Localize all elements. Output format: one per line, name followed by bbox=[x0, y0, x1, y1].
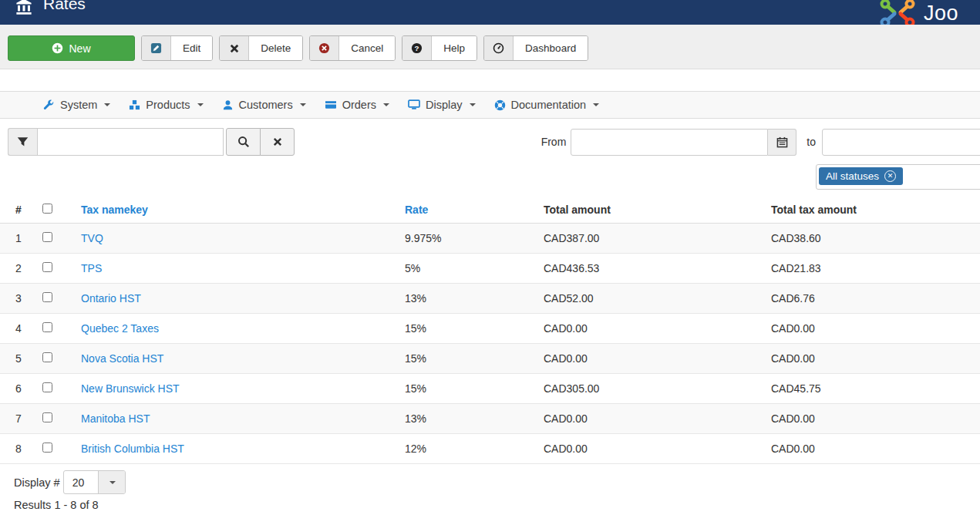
caret-down-icon bbox=[593, 103, 599, 106]
row-checkbox[interactable] bbox=[42, 322, 52, 332]
row-number: 7 bbox=[0, 404, 39, 434]
toolbar-button-label: Cancel bbox=[339, 36, 395, 60]
select-all-checkbox[interactable] bbox=[42, 204, 52, 214]
row-checkbox[interactable] bbox=[42, 232, 52, 242]
tax-namekey-link[interactable]: TVQ bbox=[81, 232, 103, 244]
status-filter-row: All statuses ✕ bbox=[0, 163, 980, 194]
row-number: 4 bbox=[0, 314, 39, 344]
tax-namekey-link[interactable]: Quebec 2 Taxes bbox=[81, 322, 159, 335]
toolbar-spacer bbox=[0, 69, 980, 91]
row-checkbox-cell bbox=[39, 404, 77, 434]
life-ring-icon bbox=[494, 99, 506, 111]
table-header-row: # Tax namekey Rate Total amount Total ta… bbox=[0, 196, 980, 224]
table-row: 6New Brunswick HST15%CAD305.00CAD45.75 bbox=[0, 374, 980, 404]
display-count-value: 20 bbox=[64, 471, 98, 493]
toolbar-button-label: Help bbox=[432, 36, 477, 60]
col-header-rate[interactable]: Rate bbox=[401, 196, 540, 224]
menu-item-documentation[interactable]: Documentation bbox=[485, 93, 609, 116]
row-checkbox[interactable] bbox=[42, 292, 52, 302]
date-from-input[interactable] bbox=[571, 129, 768, 156]
total-tax-amount-cell: CAD0.00 bbox=[767, 434, 980, 464]
cubes-icon bbox=[129, 99, 140, 111]
toolbar-button-label: New bbox=[69, 36, 90, 60]
row-checkbox[interactable] bbox=[42, 262, 52, 272]
rate-cell: 5% bbox=[401, 254, 540, 284]
edit-button[interactable]: Edit bbox=[141, 35, 213, 61]
caret-down-icon bbox=[383, 103, 389, 106]
table-row: 2TPS5%CAD436.53CAD21.83 bbox=[0, 254, 980, 284]
toolbar-button-icon-cell bbox=[52, 36, 63, 60]
menu-item-display[interactable]: Display bbox=[399, 93, 485, 116]
row-number: 8 bbox=[0, 434, 39, 464]
joomla-logo: Joo bbox=[877, 0, 958, 25]
clear-search-button[interactable] bbox=[260, 128, 295, 156]
wrench-icon bbox=[43, 99, 55, 111]
to-label: to bbox=[807, 136, 816, 148]
row-checkbox-cell bbox=[39, 314, 77, 344]
table-row: 1TVQ9.975%CAD387.00CAD38.60 bbox=[0, 224, 980, 254]
tax-namekey-link[interactable]: Manitoba HST bbox=[81, 412, 150, 425]
row-checkbox[interactable] bbox=[42, 382, 52, 392]
total-amount-cell: CAD0.00 bbox=[540, 344, 767, 374]
menu-item-products[interactable]: Products bbox=[120, 93, 212, 116]
cancel-button[interactable]: Cancel bbox=[309, 35, 396, 61]
total-amount-cell: CAD0.00 bbox=[540, 314, 767, 344]
total-amount-cell: CAD387.00 bbox=[540, 224, 767, 254]
caret-down-icon bbox=[104, 103, 110, 106]
total-tax-amount-cell: CAD6.76 bbox=[767, 284, 980, 314]
tax-namekey-cell: Quebec 2 Taxes bbox=[77, 314, 401, 344]
tax-namekey-link[interactable]: New Brunswick HST bbox=[81, 382, 180, 395]
toolbar: NewEditDeleteCancel?HelpDashboard bbox=[0, 25, 980, 69]
top-navbar: Rates Joo bbox=[0, 0, 980, 25]
row-checkbox[interactable] bbox=[42, 412, 52, 422]
tax-namekey-link[interactable]: TPS bbox=[81, 262, 102, 274]
col-header-total: Total amount bbox=[540, 196, 767, 224]
bank-icon bbox=[15, 0, 32, 15]
rate-cell: 13% bbox=[401, 404, 540, 434]
status-filter-box[interactable]: All statuses ✕ bbox=[816, 164, 980, 190]
tax-namekey-link[interactable]: British Columbia HST bbox=[81, 443, 184, 455]
tax-namekey-cell: Ontario HST bbox=[77, 284, 401, 314]
clear-x-icon bbox=[272, 136, 283, 147]
row-number: 2 bbox=[0, 254, 39, 284]
new-button[interactable]: New bbox=[8, 35, 135, 61]
results-count: Results 1 - 8 of 8 bbox=[14, 499, 966, 511]
delete-button[interactable]: Delete bbox=[219, 35, 303, 61]
help-button[interactable]: ?Help bbox=[402, 35, 477, 61]
total-amount-cell: CAD0.00 bbox=[540, 404, 767, 434]
col-header-name[interactable]: Tax namekey bbox=[77, 196, 401, 224]
toolbar-button-icon-cell bbox=[142, 36, 171, 60]
tax-namekey-link[interactable]: Nova Scotia HST bbox=[81, 352, 163, 365]
joomla-logo-text: Joo bbox=[924, 2, 958, 25]
row-checkbox[interactable] bbox=[42, 352, 52, 362]
dashboard-icon bbox=[493, 42, 504, 54]
rates-table: # Tax namekey Rate Total amount Total ta… bbox=[0, 196, 980, 464]
row-checkbox[interactable] bbox=[42, 443, 52, 453]
rate-cell: 9.975% bbox=[401, 224, 540, 254]
menu-item-customers[interactable]: Customers bbox=[213, 93, 315, 116]
menu-item-label: Orders bbox=[342, 99, 376, 111]
search-button[interactable] bbox=[226, 128, 261, 156]
joomla-logo-icon bbox=[877, 0, 918, 25]
tax-namekey-link[interactable]: Ontario HST bbox=[81, 292, 141, 305]
menu-item-label: Display bbox=[426, 99, 463, 111]
dashboard-button[interactable]: Dashboard bbox=[483, 35, 588, 61]
search-input[interactable] bbox=[37, 128, 224, 156]
menu-item-system[interactable]: System bbox=[34, 93, 120, 116]
menu-item-orders[interactable]: Orders bbox=[315, 93, 399, 116]
total-amount-cell: CAD305.00 bbox=[540, 374, 767, 404]
row-number: 5 bbox=[0, 344, 39, 374]
total-amount-cell: CAD436.53 bbox=[540, 254, 767, 284]
date-to-input[interactable] bbox=[822, 129, 980, 156]
row-number: 1 bbox=[0, 224, 39, 254]
caret-down-icon bbox=[109, 481, 116, 484]
calendar-button[interactable] bbox=[768, 129, 796, 156]
toolbar-button-label: Delete bbox=[249, 36, 302, 60]
filter-row: From to bbox=[0, 119, 980, 163]
display-count-select[interactable]: 20 bbox=[63, 470, 126, 494]
credit-card-icon bbox=[325, 99, 337, 111]
remove-status-icon[interactable]: ✕ bbox=[884, 170, 896, 182]
row-checkbox-cell bbox=[39, 254, 77, 284]
rate-cell: 15% bbox=[401, 374, 540, 404]
caret-down-icon bbox=[197, 103, 204, 106]
